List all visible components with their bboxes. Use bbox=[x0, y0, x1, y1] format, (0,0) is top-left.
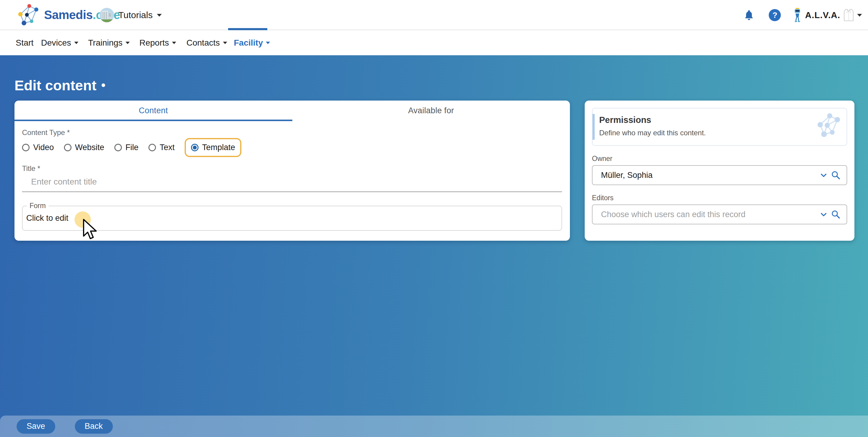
editors-input[interactable] bbox=[593, 210, 817, 220]
robot-assistant-icon bbox=[793, 7, 802, 23]
chevron-down-icon[interactable] bbox=[817, 208, 830, 221]
radio-label: Website bbox=[75, 143, 104, 152]
top-bar-actions: ? A.L.V.A. bbox=[744, 0, 862, 30]
permissions-description: Define who may edit this content. bbox=[599, 129, 839, 137]
help-glyph: ? bbox=[773, 10, 777, 20]
radio-option-template[interactable]: Template bbox=[185, 138, 242, 157]
footer-action-bar: Save Back bbox=[0, 415, 868, 437]
form-fieldset: Form Click to edit bbox=[22, 202, 562, 231]
permissions-title: Permissions bbox=[599, 115, 839, 125]
user-name: A.L.V.A. bbox=[805, 10, 840, 20]
editors-label: Editors bbox=[592, 194, 847, 202]
radio-label: Text bbox=[160, 143, 175, 152]
radio-icon bbox=[64, 144, 71, 151]
chevron-down-icon bbox=[74, 42, 79, 44]
radio-option-website[interactable]: Website bbox=[64, 143, 104, 152]
radio-label: File bbox=[125, 143, 139, 152]
chevron-down-icon bbox=[125, 42, 130, 44]
user-menu[interactable]: A.L.V.A. bbox=[793, 7, 862, 23]
radio-icon bbox=[114, 144, 122, 151]
title-input[interactable] bbox=[22, 173, 562, 192]
lab-coat-icon bbox=[843, 8, 854, 22]
search-icon[interactable] bbox=[830, 169, 842, 181]
editors-select[interactable] bbox=[592, 204, 847, 224]
active-nav-indicator bbox=[228, 28, 267, 30]
radio-option-text[interactable]: Text bbox=[149, 143, 175, 152]
radio-icon bbox=[22, 144, 30, 151]
permissions-header: Permissions Define who may edit this con… bbox=[592, 108, 847, 146]
chevron-down-icon[interactable] bbox=[817, 169, 830, 181]
save-button[interactable]: Save bbox=[17, 419, 55, 434]
context-menu-label: Tutorials bbox=[118, 10, 153, 20]
back-button[interactable]: Back bbox=[75, 419, 113, 434]
owner-select[interactable] bbox=[592, 165, 847, 185]
tab-available-for[interactable]: Available for bbox=[292, 100, 570, 121]
main-nav: Start Devices Trainings Reports Contacts… bbox=[0, 30, 868, 55]
app-window: Samedis.care bbox=[0, 0, 868, 437]
unsaved-changes-dot: • bbox=[101, 79, 105, 92]
nav-item-contacts[interactable]: Contacts bbox=[186, 30, 227, 55]
owner-label: Owner bbox=[592, 155, 847, 163]
radio-option-video[interactable]: Video bbox=[22, 143, 54, 152]
editor-tabs: Content Available for bbox=[14, 100, 570, 121]
form-click-to-edit[interactable]: Click to edit bbox=[26, 213, 68, 223]
nav-item-start[interactable]: Start bbox=[16, 30, 33, 55]
notifications-bell-icon[interactable] bbox=[744, 10, 754, 21]
chevron-down-icon bbox=[157, 14, 162, 17]
network-permissions-icon bbox=[816, 113, 842, 138]
top-bar: Samedis.care bbox=[0, 0, 868, 30]
search-icon[interactable] bbox=[830, 208, 842, 221]
radio-option-file[interactable]: File bbox=[114, 143, 139, 152]
samedis-logo-icon bbox=[18, 3, 40, 27]
content-type-label: Content Type * bbox=[22, 128, 562, 137]
facility-context-menu[interactable]: Tutorials bbox=[99, 0, 162, 30]
mouse-cursor bbox=[83, 218, 98, 242]
help-icon[interactable]: ? bbox=[769, 9, 781, 21]
nav-item-facility[interactable]: Facility bbox=[234, 30, 270, 55]
content-type-radio-group: Video Website File Text Template bbox=[22, 138, 562, 157]
chevron-down-icon bbox=[223, 42, 227, 44]
chevron-down-icon bbox=[857, 14, 862, 17]
form-legend: Form bbox=[27, 202, 49, 210]
radio-icon-selected bbox=[191, 144, 198, 151]
chevron-down-icon bbox=[172, 42, 176, 44]
owner-value[interactable] bbox=[593, 170, 817, 180]
chevron-down-icon bbox=[266, 42, 270, 44]
content-form: Content Type * Video Website File Text bbox=[14, 121, 570, 231]
tab-content[interactable]: Content bbox=[14, 100, 292, 121]
nav-item-reports[interactable]: Reports bbox=[140, 30, 176, 55]
nav-item-trainings[interactable]: Trainings bbox=[88, 30, 130, 55]
facility-avatar bbox=[99, 8, 114, 22]
nav-item-devices[interactable]: Devices bbox=[41, 30, 79, 55]
radio-label: Video bbox=[33, 143, 54, 152]
permissions-card: Permissions Define who may edit this con… bbox=[585, 100, 855, 241]
radio-label: Template bbox=[202, 143, 235, 152]
title-label: Title * bbox=[22, 164, 562, 173]
radio-icon bbox=[149, 144, 156, 151]
page-title: Edit content• bbox=[14, 77, 105, 94]
accent-bar bbox=[593, 114, 595, 140]
